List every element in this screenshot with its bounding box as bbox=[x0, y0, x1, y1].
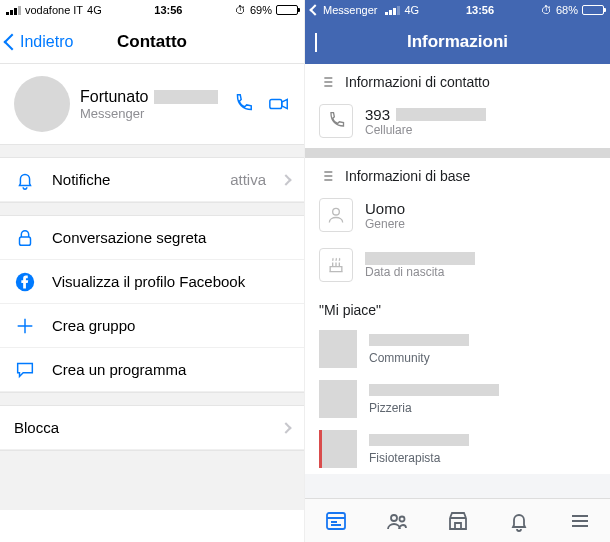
redacted-like-name bbox=[369, 434, 469, 446]
chevron-left-icon bbox=[309, 4, 320, 15]
lock-icon bbox=[14, 227, 36, 249]
row-label: Crea un programma bbox=[52, 361, 290, 378]
tab-feed[interactable] bbox=[324, 509, 348, 533]
alarm-icon: ⏱ bbox=[235, 4, 246, 16]
person-icon bbox=[319, 198, 353, 232]
voice-call-button[interactable] bbox=[232, 93, 254, 115]
speech-icon bbox=[14, 359, 36, 381]
row-label: Crea gruppo bbox=[52, 317, 290, 334]
like-category: Fisioterapista bbox=[369, 451, 469, 465]
gender-label: Genere bbox=[365, 217, 405, 231]
chevron-left-icon bbox=[315, 33, 317, 52]
battery-pct: 68% bbox=[556, 4, 578, 16]
battery-pct: 69% bbox=[250, 4, 272, 16]
status-bar: vodafone IT 4G 13:56 ⏱ 69% bbox=[0, 0, 304, 20]
bell-icon bbox=[14, 169, 36, 191]
tab-bar bbox=[305, 498, 610, 542]
row-create-group[interactable]: Crea gruppo bbox=[0, 304, 304, 348]
like-item[interactable]: Fisioterapista bbox=[305, 424, 610, 474]
row-label: Blocca bbox=[14, 419, 266, 436]
redacted-like-name bbox=[369, 334, 469, 346]
page-title: Contatto bbox=[117, 32, 187, 52]
status-bar: Messenger 4G 13:56 ⏱ 68% bbox=[305, 0, 610, 20]
separator bbox=[0, 450, 304, 510]
nav-bar: Indietro Contatto bbox=[0, 20, 304, 64]
facebook-icon bbox=[14, 271, 36, 293]
tab-marketplace[interactable] bbox=[446, 509, 470, 533]
list-icon bbox=[319, 74, 335, 90]
back-to-app-label: Messenger bbox=[323, 4, 377, 16]
profile-header: Fortunato Messenger bbox=[0, 64, 304, 144]
nav-bar: Informazioni bbox=[305, 20, 610, 64]
separator bbox=[0, 202, 304, 216]
row-status: attiva bbox=[230, 171, 266, 188]
redacted-phone bbox=[396, 108, 486, 121]
row-notifications[interactable]: Notifiche attiva bbox=[0, 158, 304, 202]
video-call-button[interactable] bbox=[268, 93, 290, 115]
section-likes: "Mi piace" bbox=[305, 292, 610, 324]
section-contact-info: Informazioni di contatto bbox=[305, 64, 610, 98]
back-button[interactable]: Indietro bbox=[6, 33, 73, 51]
like-thumbnail bbox=[319, 430, 357, 468]
separator bbox=[0, 392, 304, 406]
like-item[interactable]: Pizzeria bbox=[305, 374, 610, 424]
row-block[interactable]: Blocca bbox=[0, 406, 304, 450]
contact-source: Messenger bbox=[80, 106, 222, 121]
like-item[interactable]: Community bbox=[305, 324, 610, 374]
svg-rect-0 bbox=[270, 99, 282, 108]
row-label: Conversazione segreta bbox=[52, 229, 290, 246]
network-label: 4G bbox=[404, 4, 419, 16]
phone-value: 393 bbox=[365, 106, 390, 123]
row-create-plan[interactable]: Crea un programma bbox=[0, 348, 304, 392]
list-icon bbox=[319, 168, 335, 184]
row-label: Visualizza il profilo Facebook bbox=[52, 273, 290, 290]
gender-value: Uomo bbox=[365, 200, 405, 217]
messenger-contact-pane: vodafone IT 4G 13:56 ⏱ 69% Indietro Cont… bbox=[0, 0, 305, 542]
info-phone[interactable]: 393 Cellulare bbox=[305, 98, 610, 148]
chevron-right-icon bbox=[280, 422, 291, 433]
battery-icon bbox=[276, 5, 298, 15]
svg-point-6 bbox=[399, 516, 404, 521]
like-category: Pizzeria bbox=[369, 401, 499, 415]
chevron-right-icon bbox=[280, 174, 291, 185]
tab-menu[interactable] bbox=[568, 509, 592, 533]
facebook-info-pane: Messenger 4G 13:56 ⏱ 68% Informazioni bbox=[305, 0, 610, 542]
svg-point-5 bbox=[391, 515, 397, 521]
back-button[interactable] bbox=[315, 33, 319, 51]
clock-label: 13:56 bbox=[466, 4, 494, 16]
section-title: Informazioni di base bbox=[345, 168, 470, 184]
contact-name: Fortunato bbox=[80, 88, 148, 106]
like-thumbnail bbox=[319, 380, 357, 418]
tab-friends[interactable] bbox=[385, 509, 409, 533]
phone-icon bbox=[319, 104, 353, 138]
separator bbox=[0, 144, 304, 158]
tab-notifications[interactable] bbox=[507, 509, 531, 533]
network-label: 4G bbox=[87, 4, 102, 16]
chevron-left-icon bbox=[4, 33, 21, 50]
section-basic-info: Informazioni di base bbox=[305, 158, 610, 192]
cake-icon bbox=[319, 248, 353, 282]
info-birthdate: Data di nascita bbox=[305, 242, 610, 292]
row-view-facebook-profile[interactable]: Visualizza il profilo Facebook bbox=[0, 260, 304, 304]
like-thumbnail bbox=[319, 330, 357, 368]
like-category: Community bbox=[369, 351, 469, 365]
back-to-app-button[interactable]: Messenger bbox=[311, 4, 377, 16]
avatar[interactable] bbox=[14, 76, 70, 132]
phone-label: Cellulare bbox=[365, 123, 486, 137]
redacted-surname bbox=[154, 90, 218, 104]
row-label: Notifiche bbox=[52, 171, 214, 188]
svg-rect-4 bbox=[327, 513, 345, 529]
section-title: Informazioni di contatto bbox=[345, 74, 490, 90]
battery-icon bbox=[582, 5, 604, 15]
svg-point-3 bbox=[333, 208, 340, 215]
separator bbox=[305, 148, 610, 158]
redacted-birthdate bbox=[365, 252, 475, 265]
plus-icon bbox=[14, 315, 36, 337]
back-label: Indietro bbox=[20, 33, 73, 51]
row-secret-conversation[interactable]: Conversazione segreta bbox=[0, 216, 304, 260]
page-title: Informazioni bbox=[407, 32, 508, 52]
svg-rect-1 bbox=[20, 237, 31, 245]
info-gender: Uomo Genere bbox=[305, 192, 610, 242]
alarm-icon: ⏱ bbox=[541, 4, 552, 16]
redacted-like-name bbox=[369, 384, 499, 396]
